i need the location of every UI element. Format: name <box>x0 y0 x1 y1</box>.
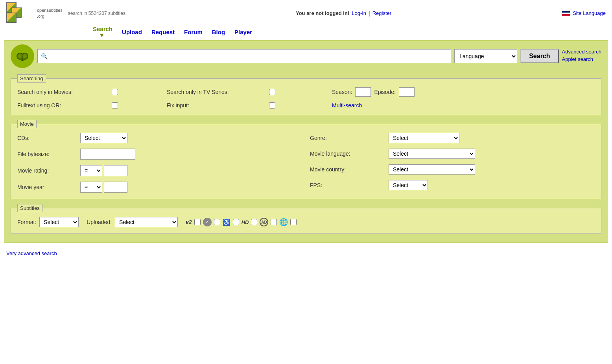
format-label: Format: <box>17 219 36 225</box>
verified-icon: ✓ <box>203 218 212 226</box>
movies-checkbox[interactable] <box>112 89 118 95</box>
verified-checkbox[interactable] <box>214 219 220 225</box>
nav-link-forum[interactable]: Forum <box>184 29 203 35</box>
svg-point-6 <box>21 59 24 61</box>
fps-select[interactable]: Select <box>389 180 428 190</box>
movie-year-label: Movie year: <box>17 184 80 190</box>
globe-checkbox[interactable] <box>290 219 297 225</box>
fulltext-checkbox[interactable] <box>112 102 118 108</box>
hd-badge: HD <box>241 219 249 225</box>
search-button[interactable]: Search <box>520 49 559 63</box>
v2-checkbox[interactable] <box>194 219 201 225</box>
genre-select[interactable]: Select <box>389 133 459 143</box>
not-logged-in-text: You are not logged in! <box>296 10 349 16</box>
movies-label: Search only in Movies: <box>17 89 112 95</box>
nav-link-search[interactable]: Search <box>93 26 112 32</box>
movie-year-input[interactable] <box>104 182 127 193</box>
ad-badge: AD <box>260 218 268 226</box>
applet-search-link[interactable]: Applet search <box>562 56 594 62</box>
v2-badge: v2 <box>186 219 192 225</box>
tv-series-label: Search only in TV Series: <box>167 89 269 95</box>
file-bytesize-input[interactable] <box>80 149 135 160</box>
search-input[interactable] <box>49 52 448 61</box>
cds-select[interactable]: Select 1 2 3 4 5 <box>80 133 127 143</box>
year-operator-select[interactable]: = < > <= >= <box>80 182 102 193</box>
badges-area: v2 ✓ ♿ HD AD 🌐 <box>186 218 297 226</box>
subtitles-section: Subtitles Format: Select Uploaded: Selec… <box>11 204 601 234</box>
movie-rating-label: Movie rating: <box>17 167 80 174</box>
fps-label: FPS: <box>310 182 389 188</box>
login-link[interactable]: Log-In <box>352 10 366 16</box>
very-advanced-search-link[interactable]: Very advanced search <box>6 250 57 256</box>
site-language-link[interactable]: Site Language <box>573 10 606 16</box>
episode-label: Episode: <box>374 89 395 95</box>
movie-language-label: Movie language: <box>310 151 389 157</box>
nav-link-player[interactable]: Player <box>234 29 252 35</box>
language-select[interactable]: Language <box>454 49 517 63</box>
tv-series-checkbox[interactable] <box>269 89 275 95</box>
nav-link-blog[interactable]: Blog <box>212 29 225 35</box>
multi-search-link[interactable]: Multi-search <box>332 102 362 108</box>
subtitles-legend: Subtitles <box>17 204 42 212</box>
season-label: Season: <box>332 89 352 95</box>
flag-icon <box>562 11 570 16</box>
cds-label: CDs: <box>17 135 80 141</box>
movie-legend: Movie <box>17 120 37 128</box>
uploaded-label: Uploaded: <box>87 219 112 225</box>
ad-checkbox[interactable] <box>271 219 277 225</box>
login-area: You are not logged in! Log-In | Register <box>296 10 391 17</box>
search-input-container: 🔍 <box>37 49 451 63</box>
movie-country-select[interactable]: Select <box>389 164 475 175</box>
register-link[interactable]: Register <box>372 10 391 16</box>
search-extras: Advanced search Applet search <box>562 49 601 64</box>
fix-input-checkbox[interactable] <box>269 102 275 108</box>
svg-point-3 <box>18 54 22 58</box>
season-input[interactable] <box>355 87 371 97</box>
fulltext-label: Fulltext using OR: <box>17 102 112 108</box>
movie-country-label: Movie country: <box>310 166 389 173</box>
nav-search[interactable]: Search ▼ <box>93 26 112 39</box>
binoculars-icon <box>15 49 29 63</box>
hearing-impaired-icon: ♿ <box>223 219 230 226</box>
nav-link-request[interactable]: Request <box>151 29 175 35</box>
fix-input-label: Fix input: <box>167 102 269 108</box>
advanced-search-link[interactable]: Advanced search <box>562 49 601 55</box>
svg-point-4 <box>23 54 27 58</box>
movie-language-select[interactable]: Select <box>389 149 475 159</box>
nav-link-upload[interactable]: Upload <box>122 29 142 35</box>
search-magnifier-icon: 🔍 <box>41 53 48 59</box>
movie-section: Movie CDs: Select 1 2 3 4 5 <box>11 120 601 199</box>
file-bytesize-label: File bytesize: <box>17 151 80 157</box>
searching-legend: Searching <box>17 74 46 83</box>
searching-section: Searching Search only in Movies: Search … <box>11 74 601 115</box>
globe-icon: 🌐 <box>279 218 288 226</box>
rating-operator-select[interactable]: = < > <= >= <box>80 165 102 176</box>
nav-arrow: ▼ <box>99 32 105 39</box>
search-icon-circle <box>11 44 34 68</box>
hd-checkbox[interactable] <box>251 219 257 225</box>
subtitle-count: search in 5524207 subtitles <box>68 11 125 16</box>
hearing-impaired-checkbox[interactable] <box>233 219 239 225</box>
format-select[interactable]: Select <box>39 217 79 227</box>
uploaded-select[interactable]: Select <box>115 217 178 227</box>
movie-rating-input[interactable] <box>104 165 127 176</box>
genre-label: Genre: <box>310 135 389 141</box>
episode-input[interactable] <box>399 87 415 97</box>
logo-text: opensubtitles .org <box>37 7 63 19</box>
